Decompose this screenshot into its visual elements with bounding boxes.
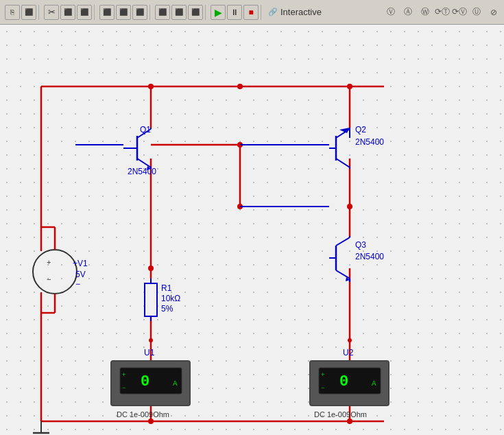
svg-point-9 bbox=[347, 84, 352, 89]
copy-button[interactable]: ⬛ bbox=[60, 5, 75, 20]
svg-text:R1: R1 bbox=[161, 283, 172, 293]
svg-text:−: − bbox=[47, 275, 51, 283]
link-icon: 🔗 bbox=[268, 8, 278, 16]
svg-text:DC  1e-009Ohm: DC 1e-009Ohm bbox=[117, 410, 169, 419]
svg-text:Q1: Q1 bbox=[140, 125, 151, 134]
svg-point-6 bbox=[148, 84, 154, 89]
pause-button[interactable]: ⏸ bbox=[227, 5, 242, 20]
svg-point-95 bbox=[237, 84, 243, 89]
svg-text:2N5400: 2N5400 bbox=[128, 167, 156, 176]
cut-button[interactable]: ✂ bbox=[44, 5, 59, 20]
edit-tools: ✂ ⬛ ⬛ bbox=[42, 5, 95, 20]
ampere-icon[interactable]: Ⓐ bbox=[400, 5, 416, 20]
schematic-svg: + − bbox=[0, 25, 504, 435]
svg-rect-65 bbox=[145, 283, 157, 316]
svg-text:+: + bbox=[321, 371, 324, 378]
svg-text:−: − bbox=[321, 384, 324, 391]
svg-line-59 bbox=[336, 270, 350, 279]
svg-text:0: 0 bbox=[141, 373, 149, 390]
svg-point-28 bbox=[348, 338, 352, 342]
svg-line-53 bbox=[336, 158, 350, 167]
zoom-button[interactable]: ⬛ bbox=[99, 5, 115, 20]
svg-text:5%: 5% bbox=[161, 304, 173, 314]
svg-text:10kΩ: 10kΩ bbox=[161, 294, 180, 303]
analysis-tools: Ⓥ Ⓐ Ⓦ ⟳Ⓣ ⟳Ⓥ Ⓤ ⊘ bbox=[383, 5, 501, 20]
svg-text:Q3: Q3 bbox=[355, 240, 366, 250]
open-button[interactable]: ⬛ bbox=[21, 5, 36, 20]
watt-icon[interactable]: Ⓦ bbox=[418, 5, 433, 20]
new-button[interactable]: ⎘ bbox=[5, 5, 20, 20]
file-tools: ⎘ ⬛ bbox=[3, 5, 39, 20]
mode-label: 🔗 Interactive bbox=[264, 7, 326, 17]
svg-point-30 bbox=[347, 419, 352, 424]
fit-button[interactable]: ⬛ bbox=[116, 5, 131, 20]
svg-text:U2: U2 bbox=[343, 348, 354, 357]
svg-text:5V: 5V bbox=[75, 270, 86, 279]
probe-button[interactable]: ⬛ bbox=[188, 5, 203, 20]
svg-line-58 bbox=[336, 237, 350, 246]
grid-button[interactable]: ⬛ bbox=[132, 5, 147, 20]
timer2-icon[interactable]: ⟳Ⓥ bbox=[452, 5, 467, 20]
svg-point-15 bbox=[347, 204, 352, 209]
node-button[interactable]: ⬛ bbox=[171, 5, 187, 20]
stop-button[interactable]: ■ bbox=[243, 5, 259, 20]
timer1-icon[interactable]: ⟳Ⓣ bbox=[435, 5, 450, 20]
svg-text:0: 0 bbox=[339, 373, 348, 390]
svg-point-24 bbox=[149, 338, 153, 342]
svg-text:+: + bbox=[122, 371, 125, 378]
svg-point-35 bbox=[33, 250, 77, 294]
paste-button[interactable]: ⬛ bbox=[77, 5, 92, 20]
svg-text:U1: U1 bbox=[144, 348, 155, 357]
svg-text:2N5400: 2N5400 bbox=[355, 137, 384, 147]
sim-controls: ▶ ⏸ ■ bbox=[208, 5, 261, 20]
voltage-icon[interactable]: Ⓥ bbox=[383, 5, 398, 20]
mode-text: Interactive bbox=[280, 7, 322, 17]
play-button[interactable]: ▶ bbox=[211, 5, 226, 20]
svg-point-19 bbox=[148, 266, 154, 271]
wire-button[interactable]: ⬛ bbox=[155, 5, 170, 20]
component-tools: ⬛ ⬛ ⬛ bbox=[153, 5, 206, 20]
svg-text:2N5400: 2N5400 bbox=[355, 252, 384, 261]
svg-point-26 bbox=[148, 419, 154, 424]
schematic-canvas[interactable]: + − bbox=[0, 25, 504, 435]
svg-text:+: + bbox=[47, 258, 51, 266]
svg-text:DC  1e-009Ohm: DC 1e-009Ohm bbox=[314, 410, 367, 419]
view-tools: ⬛ ⬛ ⬛ bbox=[97, 5, 150, 20]
svg-text:A: A bbox=[372, 379, 376, 388]
unit-icon[interactable]: Ⓤ bbox=[469, 5, 484, 20]
svg-text:+V1: +V1 bbox=[73, 259, 88, 268]
svg-text:−: − bbox=[75, 279, 80, 289]
stop2-icon[interactable]: ⊘ bbox=[486, 5, 501, 20]
svg-text:Q2: Q2 bbox=[355, 125, 366, 134]
svg-text:A: A bbox=[173, 379, 178, 388]
svg-text:−: − bbox=[122, 384, 125, 391]
toolbar: ⎘ ⬛ ✂ ⬛ ⬛ ⬛ ⬛ ⬛ ⬛ ⬛ ⬛ ▶ ⏸ ■ 🔗 Interactiv… bbox=[0, 0, 504, 25]
